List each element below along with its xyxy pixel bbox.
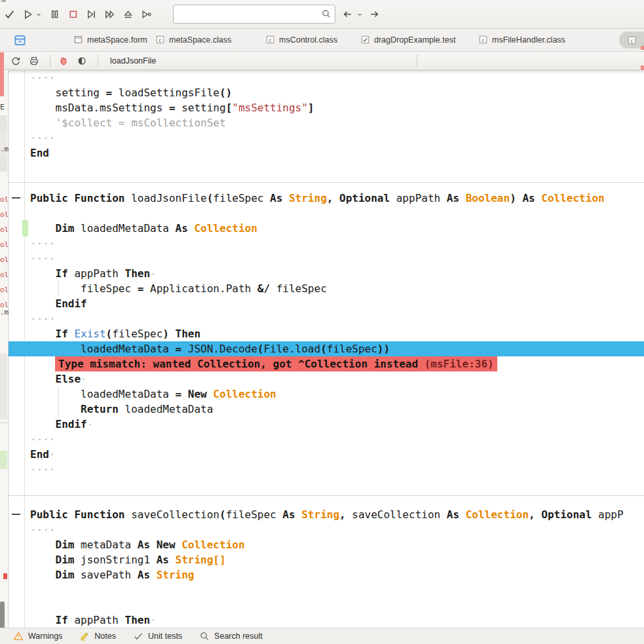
whitespace-line[interactable]: ···· (9, 251, 644, 266)
svg-text:c: c (269, 37, 272, 43)
search-result-tab[interactable]: Search result (199, 631, 263, 641)
panel-text-fragment: ol (0, 211, 9, 219)
tab-msControl.class[interactable]: cmsControl.class (265, 35, 337, 45)
code-line[interactable]: Return loadedMetaData (9, 402, 644, 417)
code-line[interactable]: Else· (9, 371, 644, 387)
step-out-icon (123, 9, 134, 20)
left-panel-edge: E.molololololololol.m (0, 52, 8, 628)
code-line[interactable] (9, 161, 644, 176)
breakpoint-button[interactable] (56, 52, 71, 69)
tab-label: msControl.class (279, 35, 337, 45)
bottom-panel-tabs: WarningsNotesUnit testsSearch result (0, 628, 644, 644)
step-into-button[interactable] (85, 5, 98, 23)
back-button-dropdown[interactable] (355, 5, 364, 23)
indent-guide (58, 387, 59, 402)
code-line[interactable] (9, 582, 644, 597)
file-tab-bar: metaSpace.formcmetaSpace.classcmsControl… (0, 29, 644, 52)
step-into-icon (86, 9, 97, 20)
code-line[interactable]: Public Function saveCollection(fileSpec … (9, 507, 644, 522)
status-tab-label: Unit tests (148, 632, 182, 641)
code-line[interactable]: End· (9, 447, 644, 462)
code-line[interactable]: '$collect = msCollectionSet (9, 115, 644, 130)
code-line[interactable] (9, 597, 644, 613)
code-editor[interactable]: ···· setting = loadSettingsFile() msData… (8, 70, 644, 628)
code-line[interactable] (9, 176, 644, 191)
project-icon-button[interactable] (13, 33, 27, 47)
code-line[interactable]: If appPath Then· (9, 266, 644, 281)
unit-tests-tab[interactable]: Unit tests (133, 631, 182, 641)
tab-metaSpace.class[interactable]: cmetaSpace.class (155, 35, 231, 45)
tab-dragDropExample.test[interactable]: dragDropExample.test (360, 35, 455, 45)
tab-msFileHandler.class[interactable]: cmsFileHandler.class (478, 35, 565, 45)
code-line[interactable] (9, 477, 644, 492)
whitespace-line[interactable]: ···· (9, 236, 644, 251)
code-line[interactable]: If appPath Then· (9, 613, 644, 628)
panel-text-fragment: ol (0, 196, 9, 204)
run-icon (22, 9, 33, 20)
back-button[interactable] (341, 5, 354, 23)
code-line[interactable]: fileSpec = Application.Path &/ fileSpec (9, 281, 644, 296)
forward-button[interactable] (368, 5, 381, 23)
error-highlight-bar: Type mismatch: wanted Collection, got ^C… (55, 356, 497, 371)
code-line[interactable]: End (9, 145, 644, 161)
fold-collapse-icon[interactable] (12, 197, 20, 199)
code-line[interactable]: msData.msSettings = setting["msSettings"… (9, 100, 644, 115)
whitespace-line[interactable]: ···· (9, 130, 644, 145)
form-icon (73, 35, 83, 45)
code-line[interactable]: loadedMetaData = New Collection (9, 387, 644, 402)
step-out-button[interactable] (122, 5, 134, 23)
code-line[interactable]: Dim metaData As New Collection (9, 537, 644, 552)
whitespace-line[interactable]: ···· (9, 311, 644, 326)
code-line[interactable]: If Exist(fileSpec) Then (9, 326, 644, 341)
panel-text-fragment: .m (0, 309, 9, 316)
fold-collapse-icon[interactable] (12, 514, 20, 515)
code-line[interactable]: Dim savePath As String (9, 567, 644, 582)
tab-metaSpace.form[interactable]: metaSpace.form (73, 35, 147, 45)
run-to-cursor-icon (141, 9, 152, 20)
compile-check-button[interactable] (3, 5, 16, 23)
background-window-red-sliver-left (0, 52, 4, 96)
panel-text-fragment: ol (0, 271, 9, 279)
whitespace-line[interactable]: ···· (9, 522, 644, 537)
svg-text:c: c (630, 37, 634, 43)
search-input[interactable] (176, 6, 316, 22)
code-line[interactable]: Dim loadedMetaData As Collection (9, 221, 644, 236)
trailing-space-dot: · (87, 418, 94, 430)
code-lines: ···· setting = loadSettingsFile() msData… (9, 70, 644, 628)
code-line[interactable]: Endif· (9, 417, 644, 432)
pause-button[interactable] (48, 5, 61, 23)
run-to-cursor-button[interactable] (140, 5, 153, 23)
current-execution-line[interactable]: loadedMetaData = JSON.Decode(File.load(f… (9, 341, 644, 356)
procedure-selector[interactable]: loadJsonFile (110, 56, 644, 66)
notes-tab[interactable]: Notes (79, 631, 116, 641)
svg-text:c: c (482, 37, 485, 43)
svg-text:c: c (159, 37, 162, 43)
print-button[interactable] (26, 52, 42, 69)
stop-button[interactable] (67, 5, 79, 23)
run-button-dropdown[interactable] (34, 5, 43, 23)
chevron-down-icon (35, 10, 43, 18)
error-message-line[interactable]: Type mismatch: wanted Collection, got ^C… (9, 356, 644, 371)
reload-button[interactable] (8, 52, 24, 69)
run-button[interactable] (22, 5, 34, 23)
panel-text-fragment: ol (0, 241, 9, 249)
check-icon (4, 9, 15, 20)
print-icon (29, 56, 39, 66)
whitespace-line[interactable]: ···· (9, 432, 644, 447)
code-line[interactable]: setting = loadSettingsFile() (9, 85, 644, 100)
code-line[interactable]: Public Function loadJsonFile(fileSpec As… (9, 191, 644, 206)
ide-window: { "colors": { "run_highlight": "#3eb5e9"… (0, 0, 644, 644)
code-line[interactable]: Endif (9, 296, 644, 311)
code-line[interactable]: Dim jsonString1 As String[] (9, 552, 644, 567)
step-over-button[interactable] (104, 5, 116, 23)
watch-button[interactable] (74, 52, 90, 69)
whitespace-line[interactable]: ···· (9, 462, 644, 477)
indent-guide (58, 402, 59, 417)
panel-text-fragment: ol (0, 256, 9, 264)
panel-block (0, 354, 7, 419)
warning-icon (13, 631, 24, 641)
warnings-tab[interactable]: Warnings (13, 631, 62, 641)
debug-toolbar (0, 0, 644, 29)
code-line[interactable] (9, 206, 644, 221)
code-line[interactable] (9, 492, 644, 507)
